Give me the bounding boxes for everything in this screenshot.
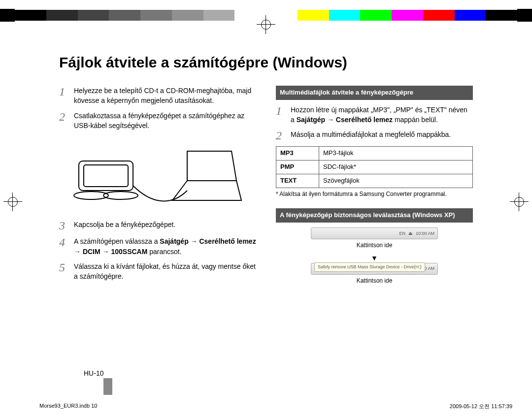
- print-edge-left: [0, 9, 15, 22]
- page-tab-marker: [103, 378, 112, 395]
- color-swatch: [109, 10, 140, 21]
- color-swatch: [234, 10, 266, 21]
- step-number: 2: [276, 129, 286, 141]
- print-metadata: Morse93_EUR3.indb 10 2009-05-12 오전 11:57…: [39, 403, 512, 410]
- safely-remove-balloon: Safely remove USB Mass Storage Device - …: [314, 262, 425, 272]
- table-key: PMP: [276, 161, 319, 174]
- color-swatch: [266, 10, 298, 21]
- step-number: 1: [276, 105, 286, 125]
- step-text: Másolja a multimédiafájlokat a megfelelő…: [291, 129, 451, 141]
- step-text: A számítógépen válassza a Sajátgép → Cse…: [74, 236, 256, 257]
- tray-remove-icon: ⏏: [408, 230, 413, 237]
- color-swatch: [360, 10, 392, 21]
- print-color-bar: [15, 10, 517, 21]
- step-number: 3: [59, 220, 69, 231]
- table-key: MP3: [276, 147, 319, 161]
- table-value: MP3-fájlok: [319, 147, 473, 161]
- step-number: 4: [59, 236, 69, 257]
- color-swatch: [423, 10, 455, 21]
- color-swatch: [78, 10, 109, 21]
- page-number: HU-10: [84, 369, 103, 377]
- crop-mark-right: [514, 197, 524, 207]
- table-key: TEXT: [276, 174, 319, 188]
- color-swatch: [486, 10, 517, 21]
- crop-mark-left: [8, 197, 18, 207]
- svg-rect-1: [84, 165, 128, 187]
- down-arrow-icon: ▼: [276, 253, 473, 263]
- left-column: 1 Helyezze be a telepítő CD-t a CD-ROM-m…: [59, 86, 256, 288]
- tray-lang: EN: [399, 230, 405, 237]
- click-here-label: Kattintson ide: [276, 241, 473, 250]
- color-swatch: [298, 10, 329, 21]
- file-type-table: MP3MP3-fájlok PMPSDC-fájlok* TEXTSzövegf…: [276, 146, 473, 188]
- step-number: 2: [59, 111, 69, 131]
- click-here-label: Kattintson ide: [276, 277, 473, 285]
- windows-taskbar: Safely remove USB Mass Storage Device - …: [311, 263, 438, 275]
- step-text: Hozzon létre új mappákat „MP3", „PMP" és…: [291, 105, 473, 125]
- table-value: Szövegfájlok: [319, 174, 473, 188]
- section-heading: Multimédiafájlok átvitele a fényképezőgé…: [276, 86, 473, 100]
- step-number: 5: [59, 261, 69, 282]
- tray-time: 10:00 AM: [416, 230, 434, 237]
- print-file: Morse93_EUR3.indb 10: [39, 403, 97, 410]
- step-number: 1: [59, 86, 69, 106]
- print-date: 2009-05-12 오전 11:57:39: [450, 403, 512, 410]
- color-swatch: [455, 10, 486, 21]
- section-heading: A fényképezőgép biztonságos leválasztása…: [276, 208, 473, 223]
- step-text: Helyezze be a telepítő CD-t a CD-ROM-meg…: [74, 86, 256, 106]
- color-swatch: [140, 10, 172, 21]
- step-text: Válassza ki a kívánt fájlokat, és húzza …: [74, 261, 256, 282]
- page-content: Fájlok átvitele a számítógépre (Windows)…: [59, 54, 473, 288]
- page-title: Fájlok átvitele a számítógépre (Windows): [59, 54, 473, 71]
- right-column: Multimédiafájlok átvitele a fényképezőgé…: [276, 86, 473, 288]
- windows-taskbar: EN ⏏ 10:00 AM: [311, 227, 438, 239]
- color-swatch: [172, 10, 203, 21]
- print-edge-right: [517, 9, 532, 22]
- table-footnote: * Alakítsa át ilyen formátumra a Samsung…: [276, 190, 473, 198]
- step-text: Csatlakoztassa a fényképezőgépet a számí…: [74, 111, 256, 131]
- table-value: SDC-fájlok*: [319, 161, 473, 174]
- color-swatch: [329, 10, 361, 21]
- color-swatch: [46, 10, 78, 21]
- color-swatch: [392, 10, 423, 21]
- step-text: Kapcsolja be a fényképezőgépet.: [74, 220, 175, 231]
- crop-mark-top: [261, 20, 271, 30]
- camera-laptop-illustration: [59, 136, 256, 213]
- color-swatch: [15, 10, 46, 21]
- color-swatch: [203, 10, 235, 21]
